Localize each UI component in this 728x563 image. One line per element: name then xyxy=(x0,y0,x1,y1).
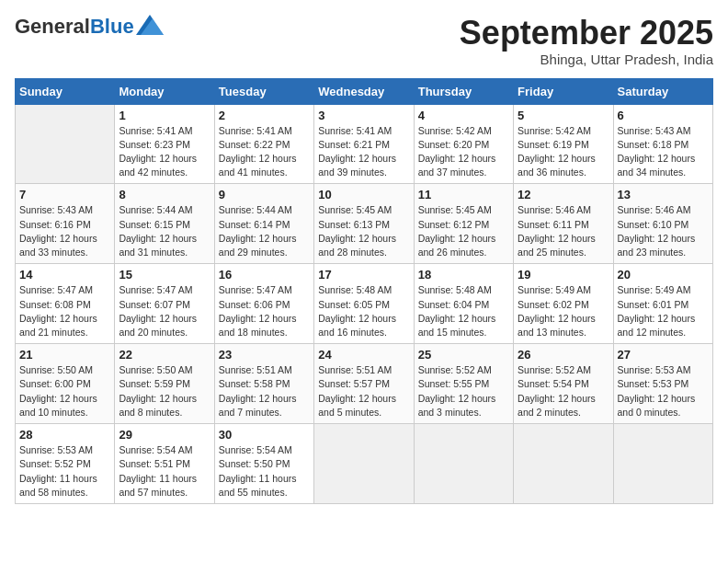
day-number: 22 xyxy=(119,348,210,362)
calendar-cell xyxy=(314,424,414,504)
day-number: 8 xyxy=(119,188,210,201)
calendar-cell: 15Sunrise: 5:47 AM Sunset: 6:07 PM Dayli… xyxy=(115,264,214,344)
day-detail: Sunrise: 5:44 AM Sunset: 6:15 PM Dayligh… xyxy=(119,203,210,259)
weekday-header-wednesday: Wednesday xyxy=(314,78,414,104)
day-detail: Sunrise: 5:44 AM Sunset: 6:14 PM Dayligh… xyxy=(219,203,310,259)
day-detail: Sunrise: 5:52 AM Sunset: 5:54 PM Dayligh… xyxy=(518,363,609,419)
calendar-cell: 30Sunrise: 5:54 AM Sunset: 5:50 PM Dayli… xyxy=(214,424,313,504)
calendar-cell: 16Sunrise: 5:47 AM Sunset: 6:06 PM Dayli… xyxy=(214,264,313,344)
day-detail: Sunrise: 5:41 AM Sunset: 6:23 PM Dayligh… xyxy=(119,124,210,180)
day-number: 15 xyxy=(119,268,210,282)
calendar-cell: 26Sunrise: 5:52 AM Sunset: 5:54 PM Dayli… xyxy=(514,344,613,424)
day-detail: Sunrise: 5:46 AM Sunset: 6:11 PM Dayligh… xyxy=(518,203,609,259)
calendar-cell: 5Sunrise: 5:42 AM Sunset: 6:19 PM Daylig… xyxy=(514,104,613,184)
weekday-header-monday: Monday xyxy=(115,78,214,104)
calendar-cell: 21Sunrise: 5:50 AM Sunset: 6:00 PM Dayli… xyxy=(16,344,115,424)
day-number: 12 xyxy=(518,188,609,201)
calendar-table: SundayMondayTuesdayWednesdayThursdayFrid… xyxy=(15,78,713,504)
day-detail: Sunrise: 5:48 AM Sunset: 6:05 PM Dayligh… xyxy=(318,283,409,339)
weekday-header-thursday: Thursday xyxy=(414,78,513,104)
page-header: General Blue September 2025 Bhinga, Utta… xyxy=(15,15,713,67)
day-number: 10 xyxy=(318,188,409,201)
day-number: 5 xyxy=(518,109,609,122)
calendar-body: 1Sunrise: 5:41 AM Sunset: 6:23 PM Daylig… xyxy=(16,104,713,503)
calendar-cell: 28Sunrise: 5:53 AM Sunset: 5:52 PM Dayli… xyxy=(16,424,115,504)
calendar-week-1: 1Sunrise: 5:41 AM Sunset: 6:23 PM Daylig… xyxy=(16,104,713,184)
calendar-cell: 3Sunrise: 5:41 AM Sunset: 6:21 PM Daylig… xyxy=(314,104,414,184)
day-detail: Sunrise: 5:42 AM Sunset: 6:19 PM Dayligh… xyxy=(518,124,609,180)
day-number: 3 xyxy=(318,109,409,122)
day-number: 27 xyxy=(618,348,709,362)
calendar-week-5: 28Sunrise: 5:53 AM Sunset: 5:52 PM Dayli… xyxy=(16,424,713,504)
calendar-week-4: 21Sunrise: 5:50 AM Sunset: 6:00 PM Dayli… xyxy=(16,344,713,424)
day-detail: Sunrise: 5:46 AM Sunset: 6:10 PM Dayligh… xyxy=(618,203,709,259)
calendar-cell: 4Sunrise: 5:42 AM Sunset: 6:20 PM Daylig… xyxy=(414,104,513,184)
calendar-cell: 10Sunrise: 5:45 AM Sunset: 6:13 PM Dayli… xyxy=(314,184,414,264)
day-number: 19 xyxy=(518,268,609,282)
calendar-cell: 29Sunrise: 5:54 AM Sunset: 5:51 PM Dayli… xyxy=(115,424,214,504)
day-detail: Sunrise: 5:53 AM Sunset: 5:52 PM Dayligh… xyxy=(19,443,110,500)
calendar-cell: 1Sunrise: 5:41 AM Sunset: 6:23 PM Daylig… xyxy=(115,104,214,184)
logo-icon xyxy=(136,15,164,35)
logo-general: General xyxy=(15,15,90,39)
weekday-header-saturday: Saturday xyxy=(613,78,712,104)
month-title: September 2025 xyxy=(460,15,713,52)
day-detail: Sunrise: 5:48 AM Sunset: 6:04 PM Dayligh… xyxy=(418,283,509,339)
calendar-cell: 22Sunrise: 5:50 AM Sunset: 5:59 PM Dayli… xyxy=(115,344,214,424)
weekday-header-sunday: Sunday xyxy=(16,78,115,104)
day-detail: Sunrise: 5:45 AM Sunset: 6:12 PM Dayligh… xyxy=(418,203,509,259)
day-detail: Sunrise: 5:45 AM Sunset: 6:13 PM Dayligh… xyxy=(318,203,409,259)
day-number: 23 xyxy=(219,348,310,362)
calendar-cell: 23Sunrise: 5:51 AM Sunset: 5:58 PM Dayli… xyxy=(214,344,313,424)
day-detail: Sunrise: 5:52 AM Sunset: 5:55 PM Dayligh… xyxy=(418,363,509,419)
day-detail: Sunrise: 5:47 AM Sunset: 6:08 PM Dayligh… xyxy=(19,283,110,339)
logo-blue: Blue xyxy=(90,15,134,39)
calendar-cell: 17Sunrise: 5:48 AM Sunset: 6:05 PM Dayli… xyxy=(314,264,414,344)
calendar-cell: 18Sunrise: 5:48 AM Sunset: 6:04 PM Dayli… xyxy=(414,264,513,344)
calendar-cell xyxy=(613,424,712,504)
day-number: 21 xyxy=(19,348,110,362)
day-detail: Sunrise: 5:41 AM Sunset: 6:21 PM Dayligh… xyxy=(318,124,409,180)
location-subtitle: Bhinga, Uttar Pradesh, India xyxy=(460,52,713,67)
day-number: 25 xyxy=(418,348,509,362)
logo: General Blue xyxy=(15,15,164,39)
day-detail: Sunrise: 5:53 AM Sunset: 5:53 PM Dayligh… xyxy=(618,363,709,419)
calendar-week-2: 7Sunrise: 5:43 AM Sunset: 6:16 PM Daylig… xyxy=(16,184,713,264)
calendar-cell: 20Sunrise: 5:49 AM Sunset: 6:01 PM Dayli… xyxy=(613,264,712,344)
day-detail: Sunrise: 5:50 AM Sunset: 5:59 PM Dayligh… xyxy=(119,363,210,419)
calendar-cell: 24Sunrise: 5:51 AM Sunset: 5:57 PM Dayli… xyxy=(314,344,414,424)
day-number: 9 xyxy=(219,188,310,201)
day-number: 18 xyxy=(418,268,509,282)
calendar-cell: 12Sunrise: 5:46 AM Sunset: 6:11 PM Dayli… xyxy=(514,184,613,264)
day-number: 4 xyxy=(418,109,509,122)
calendar-cell: 14Sunrise: 5:47 AM Sunset: 6:08 PM Dayli… xyxy=(16,264,115,344)
day-number: 2 xyxy=(219,109,310,122)
calendar-cell: 2Sunrise: 5:41 AM Sunset: 6:22 PM Daylig… xyxy=(214,104,313,184)
day-detail: Sunrise: 5:41 AM Sunset: 6:22 PM Dayligh… xyxy=(219,124,310,180)
calendar-week-3: 14Sunrise: 5:47 AM Sunset: 6:08 PM Dayli… xyxy=(16,264,713,344)
day-number: 20 xyxy=(618,268,709,282)
calendar-cell: 25Sunrise: 5:52 AM Sunset: 5:55 PM Dayli… xyxy=(414,344,513,424)
day-number: 16 xyxy=(219,268,310,282)
day-number: 30 xyxy=(219,428,310,442)
day-detail: Sunrise: 5:43 AM Sunset: 6:16 PM Dayligh… xyxy=(19,203,110,259)
day-number: 1 xyxy=(119,109,210,122)
day-number: 28 xyxy=(19,428,110,442)
calendar-cell: 8Sunrise: 5:44 AM Sunset: 6:15 PM Daylig… xyxy=(115,184,214,264)
day-detail: Sunrise: 5:47 AM Sunset: 6:06 PM Dayligh… xyxy=(219,283,310,339)
calendar-cell xyxy=(514,424,613,504)
title-block: September 2025 Bhinga, Uttar Pradesh, In… xyxy=(460,15,713,67)
day-number: 7 xyxy=(19,188,110,201)
day-number: 14 xyxy=(19,268,110,282)
weekday-header-tuesday: Tuesday xyxy=(214,78,313,104)
day-detail: Sunrise: 5:42 AM Sunset: 6:20 PM Dayligh… xyxy=(418,124,509,180)
day-number: 11 xyxy=(418,188,509,201)
day-number: 24 xyxy=(318,348,409,362)
day-detail: Sunrise: 5:49 AM Sunset: 6:02 PM Dayligh… xyxy=(518,283,609,339)
calendar-cell: 9Sunrise: 5:44 AM Sunset: 6:14 PM Daylig… xyxy=(214,184,313,264)
day-detail: Sunrise: 5:54 AM Sunset: 5:50 PM Dayligh… xyxy=(219,443,310,500)
day-number: 6 xyxy=(618,109,709,122)
day-detail: Sunrise: 5:49 AM Sunset: 6:01 PM Dayligh… xyxy=(618,283,709,339)
day-detail: Sunrise: 5:43 AM Sunset: 6:18 PM Dayligh… xyxy=(618,124,709,180)
calendar-cell: 27Sunrise: 5:53 AM Sunset: 5:53 PM Dayli… xyxy=(613,344,712,424)
